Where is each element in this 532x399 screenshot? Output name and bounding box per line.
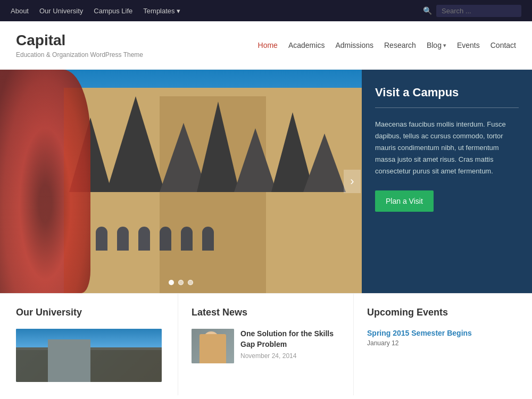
hero-sidebar: Visit a Campus Maecenas faucibus mollis … xyxy=(362,70,532,293)
university-image xyxy=(16,329,162,382)
content-area: Our University Latest News One Solution … xyxy=(0,293,532,395)
univ-tower xyxy=(48,339,90,382)
event-title[interactable]: Spring 2015 Semester Begins xyxy=(367,329,519,337)
svg-marker-1 xyxy=(106,96,165,192)
admin-about-link[interactable]: About xyxy=(11,7,29,15)
site-title: Capital xyxy=(16,32,143,49)
slide-dot-2[interactable] xyxy=(178,280,184,285)
admin-templates-link[interactable]: Templates ▾ xyxy=(143,7,180,15)
hero-next-button[interactable]: › xyxy=(344,170,361,193)
chevron-right-icon: › xyxy=(350,174,354,188)
nav-blog[interactable]: Blog ▾ xyxy=(427,39,446,52)
event-date: January 12 xyxy=(367,339,519,347)
search-icon: 🔍 xyxy=(423,6,432,15)
nav-admissions[interactable]: Admissions xyxy=(335,39,373,52)
hero-divider xyxy=(375,107,519,108)
site-branding: Capital Education & Organization WordPre… xyxy=(16,32,143,59)
admin-campus-life-link[interactable]: Campus Life xyxy=(94,7,132,15)
news-thumbnail xyxy=(192,329,234,363)
building-windows xyxy=(96,227,214,251)
site-header: Capital Education & Organization WordPre… xyxy=(0,21,532,70)
university-heading: Our University xyxy=(16,307,162,318)
news-title[interactable]: One Solution for the Skills Gap Problem xyxy=(240,329,340,350)
news-item: One Solution for the Skills Gap Problem … xyxy=(192,329,340,363)
slide-dot-1[interactable] xyxy=(169,280,174,285)
search-input[interactable] xyxy=(436,5,521,17)
events-section: Upcoming Events Spring 2015 Semester Beg… xyxy=(354,294,532,395)
admin-bar: About Our University Campus Life Templat… xyxy=(0,0,532,21)
hero-sidebar-body: Maecenas faucibus mollis interdum. Fusce… xyxy=(375,119,519,177)
hero-sidebar-title: Visit a Campus xyxy=(375,86,519,99)
gables xyxy=(53,86,362,192)
svg-marker-3 xyxy=(197,102,239,192)
slide-indicators xyxy=(169,280,193,285)
hero-image xyxy=(0,70,362,293)
university-section: Our University xyxy=(0,294,178,395)
event-item: Spring 2015 Semester Begins January 12 xyxy=(367,329,519,347)
hero-section: Visit a Campus Maecenas faucibus mollis … xyxy=(0,70,532,293)
nav-research[interactable]: Research xyxy=(384,39,416,52)
svg-marker-6 xyxy=(303,134,346,192)
news-date: November 24, 2014 xyxy=(240,352,340,360)
news-content: One Solution for the Skills Gap Problem … xyxy=(240,329,340,360)
nav-home[interactable]: Home xyxy=(258,39,278,52)
main-nav: Home Academics Admissions Research Blog … xyxy=(258,39,516,52)
nav-events[interactable]: Events xyxy=(457,39,480,52)
events-heading: Upcoming Events xyxy=(367,307,519,318)
nav-contact[interactable]: Contact xyxy=(491,39,516,52)
blog-dropdown-arrow: ▾ xyxy=(443,42,446,49)
nav-academics[interactable]: Academics xyxy=(288,39,325,52)
admin-our-university-link[interactable]: Our University xyxy=(39,7,83,15)
admin-bar-links: About Our University Campus Life Templat… xyxy=(11,7,180,15)
ivy-foliage xyxy=(0,70,90,293)
news-heading: Latest News xyxy=(192,307,340,318)
news-person-body xyxy=(200,334,226,363)
admin-bar-search: 🔍 xyxy=(423,5,521,17)
svg-marker-4 xyxy=(234,128,277,192)
slide-dot-3[interactable] xyxy=(188,280,193,285)
site-tagline: Education & Organization WordPress Theme xyxy=(16,51,143,59)
plan-visit-button[interactable]: Plan a Visit xyxy=(375,190,434,212)
templates-dropdown-arrow: ▾ xyxy=(177,7,180,15)
svg-marker-5 xyxy=(271,112,314,192)
news-section: Latest News One Solution for the Skills … xyxy=(178,294,354,395)
